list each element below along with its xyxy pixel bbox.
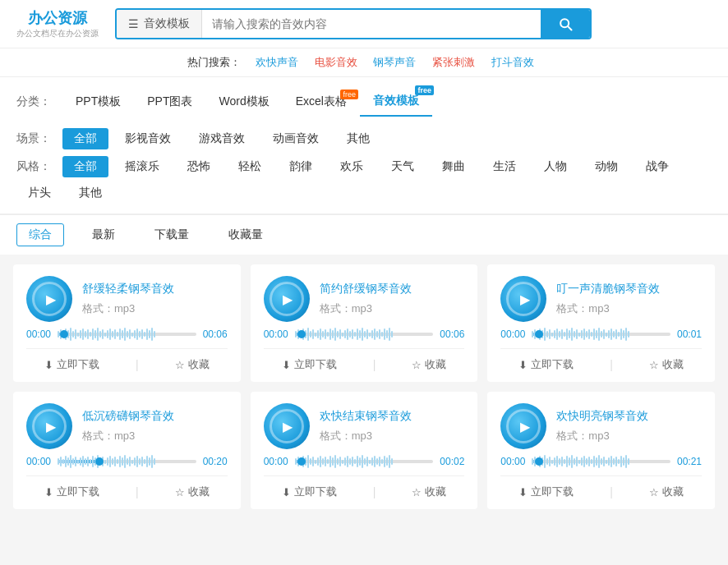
card-title[interactable]: 舒缓轻柔钢琴音效 [82, 282, 228, 296]
excel-free-badge: free [340, 90, 358, 99]
tab-ppt-chart[interactable]: PPT图表 [134, 88, 205, 116]
hot-search-label: 热门搜索： [187, 56, 241, 68]
card-top: 舒缓轻柔钢琴音效 格式：mp3 [26, 276, 228, 322]
hot-search-item-1[interactable]: 欢快声音 [256, 56, 298, 68]
scene-game[interactable]: 游戏音效 [187, 128, 256, 149]
progress-section: 00:00 00:06 [26, 328, 228, 340]
sort-bar: 综合 最新 下载量 收藏量 [0, 215, 728, 255]
style-other[interactable]: 其他 [67, 182, 113, 204]
favorite-button[interactable]: ☆ 收藏 [649, 357, 684, 372]
download-button[interactable]: ⬇ 立即下载 [44, 357, 99, 372]
card-title[interactable]: 欢快明亮钢琴音效 [556, 409, 702, 424]
card-title[interactable]: 简约舒缓钢琴音效 [320, 282, 465, 296]
progress-dot [535, 330, 543, 338]
style-rhyme[interactable]: 韵律 [278, 156, 324, 177]
favorite-button[interactable]: ☆ 收藏 [649, 485, 684, 499]
tab-ppt-template[interactable]: PPT模板 [62, 88, 134, 116]
download-icon: ⬇ [518, 359, 528, 371]
style-intro[interactable]: 片头 [16, 182, 62, 204]
style-horror[interactable]: 恐怖 [176, 156, 222, 177]
card-actions: ⬇ 立即下载 | ☆ 收藏 [500, 348, 702, 372]
time-start: 00:00 [500, 328, 525, 340]
audio-play-icon[interactable] [500, 403, 546, 449]
style-relaxed[interactable]: 轻松 [227, 156, 273, 177]
style-rock[interactable]: 摇滚乐 [113, 156, 171, 177]
download-button[interactable]: ⬇ 立即下载 [282, 357, 337, 372]
download-button[interactable]: ⬇ 立即下载 [518, 485, 574, 499]
card-format: 格式：mp3 [320, 429, 465, 443]
download-button[interactable]: ⬇ 立即下载 [44, 485, 99, 499]
download-icon: ⬇ [282, 486, 291, 498]
progress-bar[interactable] [532, 460, 670, 463]
audio-play-icon[interactable] [264, 276, 310, 322]
card-title[interactable]: 低沉磅礴钢琴音效 [82, 409, 228, 424]
item-card: 简约舒缓钢琴音效 格式：mp3 00:00 00:06 ⬇ 立即下载 | [251, 264, 478, 382]
tab-excel[interactable]: Excel表格 free [283, 88, 360, 116]
style-life[interactable]: 生活 [481, 156, 528, 177]
progress-bar[interactable] [58, 333, 196, 336]
audio-play-icon[interactable] [264, 403, 310, 449]
category-tabs: PPT模板 PPT图表 Word模板 Excel表格 free 音效模板 fre… [62, 87, 432, 117]
action-divider: | [610, 358, 613, 371]
style-all[interactable]: 全部 [62, 156, 108, 177]
style-people[interactable]: 人物 [532, 156, 578, 177]
category-nav: 分类： PPT模板 PPT图表 Word模板 Excel表格 free 音效模板… [0, 77, 728, 215]
style-happy[interactable]: 欢乐 [329, 156, 375, 177]
audio-play-icon[interactable] [26, 403, 72, 449]
favorite-button[interactable]: ☆ 收藏 [412, 485, 446, 499]
style-weather[interactable]: 天气 [380, 156, 426, 177]
sort-downloads[interactable]: 下载量 [143, 224, 200, 246]
action-divider: | [610, 485, 613, 498]
search-category[interactable]: ☰ 音效模板 [117, 10, 202, 38]
card-title[interactable]: 欢快结束钢琴音效 [320, 409, 465, 424]
search-category-label: 音效模板 [144, 16, 190, 31]
download-button[interactable]: ⬇ 立即下载 [518, 357, 574, 372]
favorite-button[interactable]: ☆ 收藏 [175, 357, 210, 372]
scene-film[interactable]: 影视音效 [113, 128, 182, 149]
card-actions: ⬇ 立即下载 | ☆ 收藏 [26, 348, 228, 372]
audio-play-icon[interactable] [500, 276, 546, 322]
scene-animation[interactable]: 动画音效 [261, 128, 330, 149]
card-actions: ⬇ 立即下载 | ☆ 收藏 [500, 475, 702, 499]
time-end: 00:02 [440, 456, 464, 467]
hot-search-item-3[interactable]: 钢琴声音 [373, 56, 416, 68]
hot-search-item-5[interactable]: 打斗音效 [491, 56, 534, 68]
sort-favorites[interactable]: 收藏量 [217, 224, 274, 246]
tab-word-template[interactable]: Word模板 [205, 88, 282, 116]
sort-comprehensive[interactable]: 综合 [16, 223, 64, 246]
favorite-button[interactable]: ☆ 收藏 [175, 485, 210, 499]
waveform [58, 326, 196, 342]
tab-audio[interactable]: 音效模板 free [360, 87, 432, 117]
search-input[interactable] [202, 10, 541, 38]
time-start: 00:00 [26, 456, 51, 467]
favorite-label: 收藏 [425, 485, 446, 499]
scene-other[interactable]: 其他 [335, 128, 381, 149]
hot-search-item-2[interactable]: 电影音效 [315, 56, 357, 68]
sort-newest[interactable]: 最新 [81, 224, 127, 246]
card-info: 欢快明亮钢琴音效 格式：mp3 [556, 409, 702, 443]
progress-bar[interactable] [295, 333, 434, 336]
favorite-label: 收藏 [188, 485, 210, 499]
progress-bar[interactable] [58, 460, 196, 463]
favorite-icon: ☆ [412, 486, 422, 498]
category-tabs-row: 分类： PPT模板 PPT图表 Word模板 Excel表格 free 音效模板… [16, 87, 712, 120]
item-card: 欢快结束钢琴音效 格式：mp3 00:00 00:02 ⬇ 立即下载 | [251, 392, 478, 509]
download-icon: ⬇ [44, 359, 53, 371]
favorite-button[interactable]: ☆ 收藏 [412, 357, 446, 372]
hot-search-item-4[interactable]: 紧张刺激 [432, 56, 475, 68]
card-actions: ⬇ 立即下载 | ☆ 收藏 [264, 348, 465, 372]
style-animal[interactable]: 动物 [583, 156, 629, 177]
progress-bar[interactable] [532, 333, 670, 336]
download-button[interactable]: ⬇ 立即下载 [282, 485, 337, 499]
progress-bar[interactable] [295, 460, 434, 463]
card-title[interactable]: 叮一声清脆钢琴音效 [556, 282, 702, 296]
style-row: 风格： 全部 摇滚乐 恐怖 轻松 韵律 欢乐 天气 舞曲 生活 人物 动物 战争… [16, 156, 712, 204]
audio-play-icon[interactable] [26, 276, 72, 322]
style-dance[interactable]: 舞曲 [431, 156, 477, 177]
style-war[interactable]: 战争 [634, 156, 680, 177]
download-label: 立即下载 [57, 357, 99, 372]
search-button[interactable] [541, 10, 590, 38]
item-card: 舒缓轻柔钢琴音效 格式：mp3 00:00 00:06 ⬇ 立即下载 | [13, 264, 241, 382]
scene-all[interactable]: 全部 [62, 128, 108, 149]
action-divider: | [136, 485, 139, 498]
